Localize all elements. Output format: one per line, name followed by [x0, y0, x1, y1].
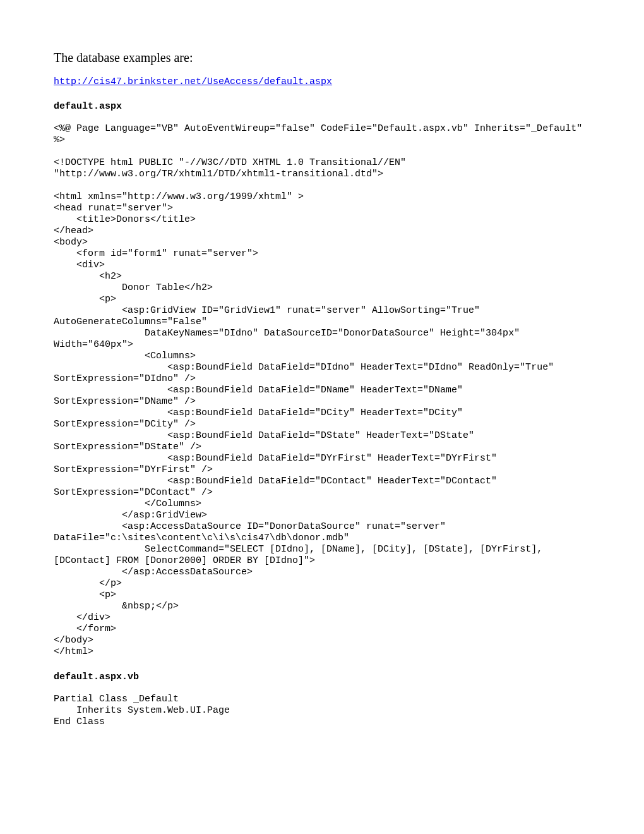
file1-name: default.aspx — [54, 101, 590, 112]
file1-code: <%@ Page Language="VB" AutoEventWireup="… — [54, 123, 590, 658]
intro-text: The database examples are: — [54, 51, 590, 65]
file2-code: Partial Class _Default Inherits System.W… — [54, 694, 590, 728]
example-link[interactable]: http://cis47.brinkster.net/UseAccess/def… — [54, 76, 590, 87]
file2-name: default.aspx.vb — [54, 672, 590, 682]
